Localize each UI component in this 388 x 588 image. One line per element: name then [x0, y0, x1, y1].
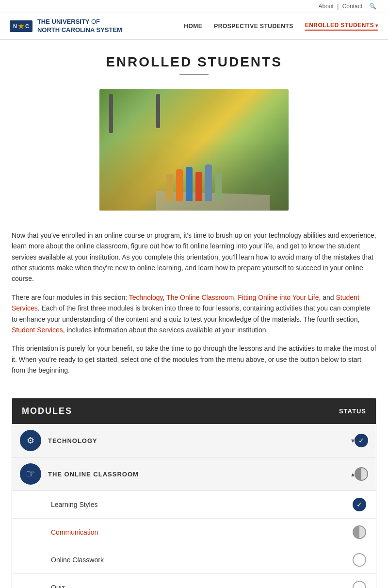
- online-classroom-name: THE ONLINE CLASSROOM: [48, 471, 348, 478]
- lesson-online-classwork-status: [353, 553, 366, 567]
- nav-enrolled[interactable]: ENROLLED STUDENTS: [305, 22, 378, 31]
- lesson-quiz-status: [353, 581, 366, 588]
- online-classroom-status: [355, 467, 368, 481]
- technology-name: TECHNOLOGY: [48, 437, 348, 444]
- logo-line1: THE UNIVERSITY OF: [37, 18, 122, 26]
- top-bar: About | Contact 🔍: [0, 0, 388, 13]
- lesson-communication[interactable]: Communication: [51, 528, 353, 536]
- logo-line2: NORTH CAROLINA SYSTEM: [37, 26, 122, 34]
- logo-text: THE UNIVERSITY OF NORTH CAROLINA SYSTEM: [37, 18, 122, 34]
- lesson-communication-status: [353, 525, 366, 539]
- logo-c-text: C: [25, 23, 29, 29]
- page-title-section: ENROLLED STUDENTS: [0, 40, 388, 80]
- logo-nc-text: N: [13, 23, 17, 29]
- lesson-row-online-classwork[interactable]: Online Classwork: [12, 546, 376, 574]
- logo-badge: N ★ C: [10, 20, 32, 32]
- nav-prospective[interactable]: PROSPECTIVE STUDENTS: [214, 23, 293, 30]
- link-student-services-2[interactable]: Student Services: [12, 326, 63, 334]
- link-fitting-online[interactable]: Fitting Online into Your Life: [238, 294, 319, 301]
- page-title: ENROLLED STUDENTS: [10, 54, 378, 70]
- modules-section: MODULES STATUS ⚙ TECHNOLOGY ▾ ✓ ☞ THE ON…: [12, 398, 376, 588]
- intro-p3: This orientation is purely for your bene…: [12, 343, 376, 376]
- lesson-online-classwork: Online Classwork: [51, 556, 353, 564]
- lesson-row-learning-styles[interactable]: Learning Styles ✓: [12, 491, 376, 519]
- contact-link[interactable]: Contact: [342, 3, 362, 10]
- lesson-learning-styles: Learning Styles: [51, 501, 353, 508]
- lesson-quiz: Quiz: [51, 584, 353, 588]
- hero-image: [99, 89, 289, 211]
- lesson-row-quiz[interactable]: Quiz: [12, 574, 376, 588]
- intro-p1: Now that you've enrolled in an online co…: [12, 230, 376, 284]
- body-text: Now that you've enrolled in an online co…: [0, 220, 388, 393]
- sub-lessons-online-classroom: Learning Styles ✓ Communication Online C…: [12, 491, 376, 588]
- modules-status-label: STATUS: [339, 408, 366, 415]
- link-online-classroom[interactable]: The Online Classroom: [166, 294, 234, 301]
- title-underline: [179, 74, 209, 75]
- online-classroom-icon: ☞: [20, 463, 41, 485]
- technology-icon: ⚙: [20, 430, 41, 451]
- technology-toggle[interactable]: ▾: [351, 437, 355, 444]
- online-classroom-status-circle: [355, 467, 368, 481]
- modules-title: MODULES: [22, 406, 72, 416]
- lesson-learning-styles-status: ✓: [353, 498, 366, 511]
- online-classroom-toggle[interactable]: ▴: [351, 470, 355, 478]
- about-link[interactable]: About: [318, 3, 333, 10]
- lesson-row-communication[interactable]: Communication: [12, 519, 376, 546]
- nav-home[interactable]: HOME: [184, 23, 202, 30]
- module-row-online-classroom[interactable]: ☞ THE ONLINE CLASSROOM ▴: [12, 457, 376, 491]
- technology-status-circle: ✓: [355, 434, 368, 447]
- main-nav: HOME PROSPECTIVE STUDENTS ENROLLED STUDE…: [184, 22, 378, 31]
- logo-star: ★: [18, 22, 24, 30]
- search-icon[interactable]: 🔍: [369, 3, 376, 10]
- site-header: N ★ C THE UNIVERSITY OF NORTH CAROLINA S…: [0, 13, 388, 40]
- hero-image-container: [0, 80, 388, 220]
- intro-p2: There are four modules in this section: …: [12, 292, 376, 336]
- module-row-technology[interactable]: ⚙ TECHNOLOGY ▾ ✓: [12, 424, 376, 457]
- technology-status: ✓: [355, 434, 368, 447]
- link-technology[interactable]: Technology: [129, 294, 163, 301]
- modules-header: MODULES STATUS: [12, 398, 376, 424]
- logo-area: N ★ C THE UNIVERSITY OF NORTH CAROLINA S…: [10, 18, 122, 34]
